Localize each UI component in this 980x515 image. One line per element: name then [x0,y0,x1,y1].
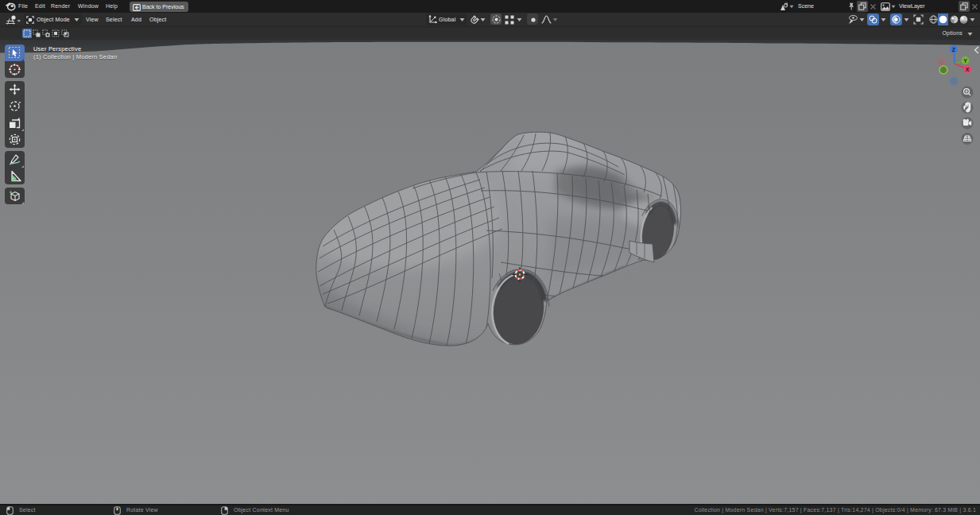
svg-text:Y: Y [963,58,967,64]
svg-text:X: X [966,67,970,72]
svg-text:Z: Z [952,47,956,52]
